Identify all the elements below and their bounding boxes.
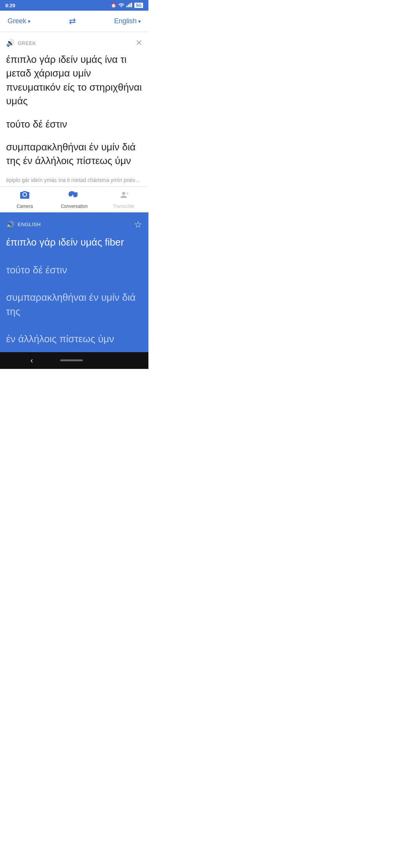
svg-point-0 [121,6,122,7]
transcribe-icon [118,190,129,202]
speaker-icon[interactable]: 🔊 [6,39,15,47]
conversation-icon [68,190,80,202]
svg-point-6 [70,193,71,195]
input-lang-label: 🔊 GREEK [6,39,36,47]
favorite-button[interactable]: ☆ [134,219,142,230]
svg-point-7 [73,193,74,195]
transliteration-text: épiplo gár ideín ymás ína ti metad chári… [6,177,142,183]
trans-lang-text: ENGLISH [18,222,41,227]
svg-rect-3 [129,3,131,7]
input-text-line2[interactable]: τούτο δέ έστιν [6,117,142,131]
camera-icon [19,190,30,202]
status-icons: ⏰ 5G [111,3,143,8]
translation-line4: έν άλλήλοις πίστεως ύμν [6,332,142,346]
transcribe-tool[interactable]: Transcribe [107,190,141,209]
svg-point-8 [122,192,125,195]
translation-text[interactable]: έπιπλο γάρ ιδείν υμάς fiber τούτο δέ έστ… [6,235,142,346]
svg-rect-4 [131,3,132,7]
translation-line1: έπιπλο γάρ ιδείν υμάς fiber [6,235,142,249]
conversation-label: Conversation [61,204,88,209]
svg-point-5 [72,193,73,195]
battery-icon: 5G [134,3,143,8]
status-time: 8:29 [5,3,15,8]
conversation-tool[interactable]: Conversation [57,190,91,209]
nav-pill [60,359,83,361]
back-button[interactable]: ‹ [30,356,33,365]
swap-icon: ⇄ [69,16,76,26]
input-section: 🔊 GREEK ✕ έπιπλο γάρ ιδείν υμάς ίνα τι μ… [0,32,148,187]
target-language-label: English [114,17,137,25]
target-language-button[interactable]: English ▾ [114,17,141,25]
alarm-icon: ⏰ [111,3,116,8]
svg-rect-2 [128,5,129,7]
translation-header: 🔊 ENGLISH ☆ [6,219,142,230]
swap-languages-button[interactable]: ⇄ [69,16,76,26]
signal-icon [126,3,132,8]
translation-line3: συμπαρακληθήναι έν υμίν διά της [6,290,142,318]
status-bar: 8:29 ⏰ 5G [0,0,148,11]
input-header: 🔊 GREEK ✕ [6,38,142,48]
source-language-label: Greek [8,17,26,25]
camera-label: Camera [17,204,33,209]
camera-tool[interactable]: Camera [8,190,42,209]
transcribe-label: Transcribe [113,204,134,209]
input-text-line3[interactable]: συμπαρακληθήναι έν υμίν διά της έν άλλήλ… [6,140,142,168]
input-lang-text: GREEK [18,40,36,46]
source-language-button[interactable]: Greek ▾ [8,17,30,25]
target-lang-arrow-icon: ▾ [138,18,141,24]
input-text-line1[interactable]: έπιπλο γάρ ιδείν υμάς ίνα τι μεταδ χάρισ… [6,53,142,108]
trans-speaker-icon[interactable]: 🔊 [6,220,15,229]
wifi-icon [118,3,124,8]
translation-lang-label: 🔊 ENGLISH [6,220,41,229]
language-bar: Greek ▾ ⇄ English ▾ [0,11,148,32]
svg-rect-1 [126,6,127,7]
translation-section: 🔊 ENGLISH ☆ έπιπλο γάρ ιδείν υμάς fiber … [0,212,148,352]
nav-bar: ‹ [0,352,148,369]
source-lang-arrow-icon: ▾ [28,18,30,24]
translation-line2: τούτο δέ έστιν [6,263,142,277]
bottom-toolbar: Camera Conversation Transcribe [0,187,148,212]
clear-input-button[interactable]: ✕ [135,38,142,48]
